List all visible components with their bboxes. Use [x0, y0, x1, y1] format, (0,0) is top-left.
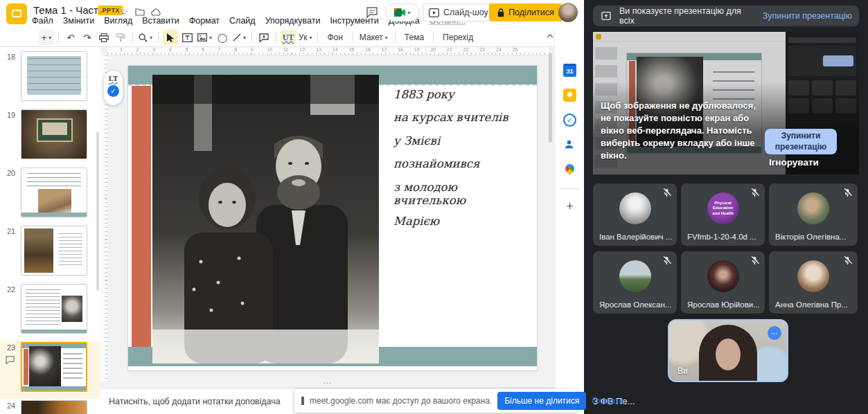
printer-icon [99, 33, 109, 42]
participant-name: FVfmb-1-20-4.0d ... [687, 233, 761, 241]
menu-slide[interactable]: Слайд [229, 16, 256, 26]
account-avatar[interactable] [558, 3, 578, 22]
redo-button[interactable]: ↷ [80, 30, 95, 45]
thumbnail-row-21[interactable]: 21 [0, 224, 100, 282]
slide-text-block[interactable]: 1883 року на курсах вчителів у Змієві по… [393, 88, 529, 237]
filmstrip-scrollbar[interactable] [96, 132, 99, 291]
historic-couple-photo[interactable] [152, 75, 379, 363]
participant-tile[interactable]: Physical Education and Health FVfmb-1-20… [681, 183, 765, 246]
maps-icon[interactable] [563, 163, 576, 177]
theme-button[interactable]: Тема [400, 33, 429, 42]
participant-name: Анна Олегівна Пр... [775, 300, 853, 309]
slide-text-line: на курсах вчителів [393, 111, 529, 124]
insert-line-button[interactable] [231, 30, 247, 45]
ignore-warning-button[interactable]: Ігнорувати [769, 157, 819, 168]
join-meet-button[interactable]: ▾ [385, 3, 420, 21]
participant-name: Ярослав Олексан... [599, 300, 673, 309]
layout-button[interactable]: Макет [357, 30, 391, 45]
self-view-options-button[interactable]: ⋯ [768, 326, 781, 340]
zoom-button[interactable] [137, 30, 154, 45]
meet-camera-icon [394, 8, 405, 17]
stop-presenting-link[interactable]: Зупинити презентацію [763, 11, 852, 21]
participant-avatar: Physical Education and Health [707, 192, 739, 224]
meet-window: Ви показуєте презентацію для всіх Зупини… [584, 0, 868, 414]
menu-edit[interactable]: Змінити [63, 16, 95, 26]
google-side-panel: 31 ✓ + [554, 28, 584, 414]
notes-drag-handle[interactable]: ⋯ [323, 378, 333, 388]
background-button[interactable]: Фон [322, 33, 347, 42]
menu-file[interactable]: Файл [32, 16, 53, 26]
stop-sharing-button[interactable]: Більше не ділитися [497, 392, 586, 410]
insert-shape-button[interactable]: ◯ [215, 30, 230, 45]
select-tool-button[interactable] [163, 30, 178, 45]
tasks-icon[interactable]: ✓ [563, 114, 576, 127]
thumbnail-row-19[interactable]: 19 [0, 108, 100, 166]
slide-thumbnail[interactable] [21, 284, 87, 334]
calendar-icon[interactable]: 31 [563, 64, 576, 77]
transition-button[interactable]: Перехід [438, 33, 478, 42]
comment-indicator-icon[interactable] [6, 356, 15, 364]
hide-notice-button[interactable]: Сховати [592, 396, 623, 406]
google-slides-logo-icon[interactable] [6, 3, 27, 24]
languagetool-toolbar-button[interactable]: UT [281, 30, 296, 45]
slide-thumbnail[interactable] [21, 400, 87, 414]
slide-number: 22 [7, 285, 15, 294]
presenting-message: Ви показуєте презентацію для всіх [619, 6, 756, 26]
participant-avatar [797, 260, 829, 292]
insert-image-button[interactable] [196, 30, 213, 45]
participant-tile[interactable]: Вікторія Олегівна... [769, 183, 858, 246]
thumbnail-row-24[interactable]: 24 [0, 399, 100, 414]
mic-muted-icon [662, 255, 672, 266]
thumbnail-row-22[interactable]: 22 [0, 282, 100, 341]
speaker-notes-placeholder[interactable]: Натисніть, щоб додати нотатки доповідача [109, 397, 281, 406]
self-view-label: Ви [677, 366, 688, 376]
thumbnail-row-23-selected[interactable]: 23 [0, 341, 100, 399]
slide-thumbnail[interactable] [21, 226, 87, 276]
insert-comment-button[interactable] [256, 30, 272, 45]
comment-history-icon[interactable] [365, 6, 379, 19]
participant-tile[interactable]: Ярослав Олексан... [593, 251, 677, 314]
undo-button[interactable]: ↶ [63, 30, 78, 45]
self-view-tile[interactable]: Ви ⋯ [668, 319, 788, 382]
slide-thumbnail[interactable] [21, 51, 87, 101]
canvas-scrollbar[interactable] [549, 53, 552, 143]
add-addon-button[interactable]: + [563, 199, 576, 213]
horizontal-ruler: 1234567891011121314151617181920212223242… [107, 47, 549, 55]
slide-thumbnail[interactable] [21, 342, 87, 392]
menu-arrange[interactable]: Упорядкувати [265, 16, 321, 26]
languagetool-floating-widget[interactable]: LT ✓ [104, 71, 123, 105]
new-slide-button[interactable]: + [39, 30, 54, 45]
participant-name: Вікторія Олегівна... [775, 233, 853, 241]
slide-thumbnail[interactable] [21, 109, 87, 159]
mic-muted-icon [662, 188, 672, 198]
print-button[interactable] [96, 30, 112, 45]
contacts-icon[interactable] [563, 138, 576, 152]
slide-filmstrip: 18 19 20 21 22 23 24 [0, 47, 100, 414]
screen-share-notice: meet.google.com має доступ до вашого екр… [294, 389, 577, 413]
thumbnail-row-18[interactable]: 18 [0, 50, 100, 108]
menu-view[interactable]: Вигляд [104, 16, 132, 26]
slide-number: 18 [7, 53, 15, 61]
duplicate-warning-message: Щоб зображення не дублювалося, не показу… [601, 100, 761, 162]
menu-insert[interactable]: Вставити [142, 16, 179, 26]
menu-format[interactable]: Формат [189, 16, 220, 26]
language-picker-button[interactable]: Ук [297, 30, 313, 45]
keep-icon[interactable] [563, 89, 576, 102]
participant-tile[interactable]: Іван Валерійович ... [593, 183, 677, 246]
participant-tile[interactable]: Анна Олегівна Пр... [769, 251, 858, 314]
check-icon: ✓ [107, 85, 119, 97]
webcam-person-face [716, 339, 741, 370]
text-box-button[interactable] [179, 30, 195, 45]
participant-tile[interactable]: Ярослав Юрійови... [681, 251, 765, 314]
share-label: Поділитися [508, 8, 554, 17]
slide-thumbnail[interactable] [21, 168, 87, 217]
share-button[interactable]: Поділитися [489, 3, 563, 21]
paint-format-button[interactable] [113, 30, 128, 45]
slide-text-line: у Змієві [393, 134, 529, 147]
sharing-indicator-icon [301, 397, 304, 405]
thumbnail-row-20[interactable]: 20 [0, 166, 100, 224]
stop-presentation-button[interactable]: Зупинити презентацію [765, 129, 837, 154]
slide-text-line: з молодою вчителькою [393, 181, 529, 208]
current-slide[interactable]: 1883 року на курсах вчителів у Змієві по… [128, 66, 537, 370]
participant-avatar [619, 260, 651, 292]
